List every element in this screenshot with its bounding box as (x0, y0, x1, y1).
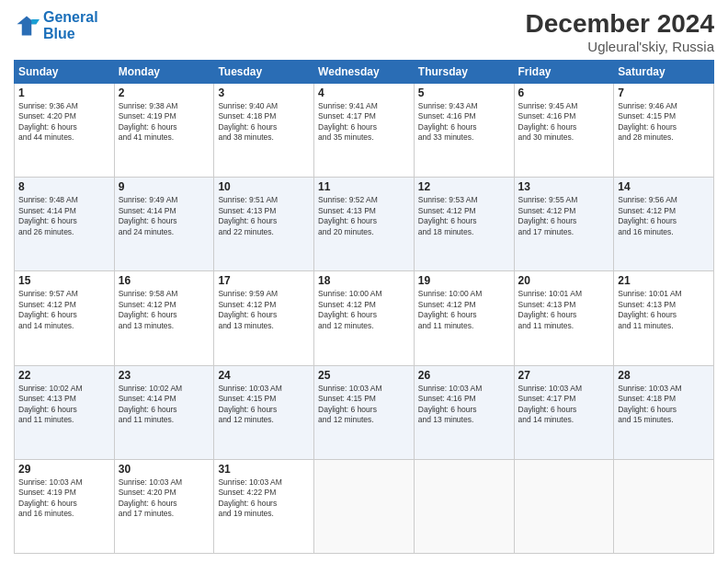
calendar-cell: 9Sunrise: 9:49 AM Sunset: 4:14 PM Daylig… (114, 178, 214, 271)
calendar-cell: 27Sunrise: 10:03 AM Sunset: 4:17 PM Dayl… (514, 365, 614, 459)
day-number: 22 (18, 369, 110, 382)
calendar-cell: 7Sunrise: 9:46 AM Sunset: 4:15 PM Daylig… (614, 84, 714, 178)
page-subtitle: Ugleural'skiy, Russia (526, 39, 714, 54)
col-monday: Monday (114, 61, 214, 84)
day-number: 24 (218, 369, 310, 382)
cell-info: Sunrise: 9:40 AM Sunset: 4:18 PM Dayligh… (218, 101, 310, 144)
week-row-2: 8Sunrise: 9:48 AM Sunset: 4:14 PM Daylig… (15, 178, 714, 271)
day-number: 6 (518, 86, 610, 99)
cell-info: Sunrise: 10:03 AM Sunset: 4:18 PM Daylig… (618, 384, 710, 426)
cell-info: Sunrise: 10:00 AM Sunset: 4:12 PM Daylig… (418, 289, 510, 331)
cell-info: Sunrise: 10:03 AM Sunset: 4:22 PM Daylig… (218, 477, 310, 520)
calendar-cell: 22Sunrise: 10:02 AM Sunset: 4:13 PM Dayl… (15, 365, 115, 459)
cell-info: Sunrise: 9:59 AM Sunset: 4:12 PM Dayligh… (218, 289, 310, 331)
day-number: 21 (618, 274, 710, 287)
calendar-cell: 16Sunrise: 9:58 AM Sunset: 4:12 PM Dayli… (114, 271, 214, 365)
day-number: 11 (318, 180, 410, 193)
day-number: 30 (119, 463, 210, 476)
day-number: 17 (218, 274, 310, 287)
calendar-cell: 11Sunrise: 9:52 AM Sunset: 4:13 PM Dayli… (314, 178, 415, 271)
calendar-cell: 20Sunrise: 10:01 AM Sunset: 4:13 PM Dayl… (514, 271, 614, 365)
cell-info: Sunrise: 9:46 AM Sunset: 4:15 PM Dayligh… (618, 101, 710, 144)
calendar-cell: 8Sunrise: 9:48 AM Sunset: 4:14 PM Daylig… (15, 178, 115, 271)
calendar-cell: 18Sunrise: 10:00 AM Sunset: 4:12 PM Dayl… (314, 271, 415, 365)
day-number: 10 (218, 180, 310, 193)
cell-info: Sunrise: 10:02 AM Sunset: 4:14 PM Daylig… (119, 384, 210, 426)
day-number: 2 (119, 86, 210, 99)
calendar-cell: 30Sunrise: 10:03 AM Sunset: 4:20 PM Dayl… (114, 459, 214, 553)
calendar-cell: 14Sunrise: 9:56 AM Sunset: 4:12 PM Dayli… (614, 178, 714, 271)
calendar-cell: 23Sunrise: 10:02 AM Sunset: 4:14 PM Dayl… (114, 365, 214, 459)
day-number: 28 (618, 369, 710, 382)
day-number: 23 (119, 369, 210, 382)
cell-info: Sunrise: 9:41 AM Sunset: 4:17 PM Dayligh… (318, 101, 410, 144)
day-number: 20 (518, 274, 610, 287)
week-row-5: 29Sunrise: 10:03 AM Sunset: 4:19 PM Dayl… (15, 459, 714, 553)
calendar-cell: 5Sunrise: 9:43 AM Sunset: 4:16 PM Daylig… (414, 84, 514, 178)
cell-info: Sunrise: 10:03 AM Sunset: 4:17 PM Daylig… (518, 384, 610, 426)
calendar-header-row: Sunday Monday Tuesday Wednesday Thursday… (15, 61, 714, 84)
day-number: 9 (119, 180, 210, 193)
day-number: 19 (418, 274, 510, 287)
day-number: 18 (318, 274, 410, 287)
calendar-cell (514, 459, 614, 553)
col-wednesday: Wednesday (314, 61, 415, 84)
calendar-cell: 29Sunrise: 10:03 AM Sunset: 4:19 PM Dayl… (15, 459, 115, 553)
cell-info: Sunrise: 10:03 AM Sunset: 4:19 PM Daylig… (18, 477, 110, 520)
calendar-cell (414, 459, 514, 553)
calendar-cell (314, 459, 415, 553)
day-number: 27 (518, 369, 610, 382)
calendar-cell (614, 459, 714, 553)
day-number: 29 (18, 463, 110, 476)
page: General Blue December 2024 Ugleural'skiy… (0, 0, 728, 563)
calendar-cell: 10Sunrise: 9:51 AM Sunset: 4:13 PM Dayli… (214, 178, 314, 271)
day-number: 4 (318, 86, 410, 99)
cell-info: Sunrise: 10:01 AM Sunset: 4:13 PM Daylig… (518, 289, 610, 331)
cell-info: Sunrise: 9:45 AM Sunset: 4:16 PM Dayligh… (518, 101, 610, 144)
calendar-cell: 15Sunrise: 9:57 AM Sunset: 4:12 PM Dayli… (15, 271, 115, 365)
calendar-cell: 6Sunrise: 9:45 AM Sunset: 4:16 PM Daylig… (514, 84, 614, 178)
cell-info: Sunrise: 9:56 AM Sunset: 4:12 PM Dayligh… (618, 195, 710, 237)
calendar-cell: 3Sunrise: 9:40 AM Sunset: 4:18 PM Daylig… (214, 84, 314, 178)
cell-info: Sunrise: 10:01 AM Sunset: 4:13 PM Daylig… (618, 289, 710, 331)
week-row-1: 1Sunrise: 9:36 AM Sunset: 4:20 PM Daylig… (15, 84, 714, 178)
page-title: December 2024 (526, 9, 714, 39)
title-block: December 2024 Ugleural'skiy, Russia (526, 9, 714, 54)
day-number: 13 (518, 180, 610, 193)
calendar-cell: 4Sunrise: 9:41 AM Sunset: 4:17 PM Daylig… (314, 84, 415, 178)
day-number: 8 (18, 180, 110, 193)
cell-info: Sunrise: 9:43 AM Sunset: 4:16 PM Dayligh… (418, 101, 510, 144)
calendar-table: Sunday Monday Tuesday Wednesday Thursday… (14, 60, 714, 554)
col-tuesday: Tuesday (214, 61, 314, 84)
cell-info: Sunrise: 10:00 AM Sunset: 4:12 PM Daylig… (318, 289, 410, 331)
day-number: 1 (18, 86, 110, 99)
day-number: 31 (218, 463, 310, 476)
week-row-3: 15Sunrise: 9:57 AM Sunset: 4:12 PM Dayli… (15, 271, 714, 365)
svg-marker-0 (17, 16, 37, 35)
calendar-cell: 28Sunrise: 10:03 AM Sunset: 4:18 PM Dayl… (614, 365, 714, 459)
cell-info: Sunrise: 9:38 AM Sunset: 4:19 PM Dayligh… (119, 101, 210, 144)
day-number: 14 (618, 180, 710, 193)
day-number: 7 (618, 86, 710, 99)
day-number: 5 (418, 86, 510, 99)
calendar-cell: 12Sunrise: 9:53 AM Sunset: 4:12 PM Dayli… (414, 178, 514, 271)
cell-info: Sunrise: 10:02 AM Sunset: 4:13 PM Daylig… (18, 384, 110, 426)
calendar-cell: 17Sunrise: 9:59 AM Sunset: 4:12 PM Dayli… (214, 271, 314, 365)
calendar-cell: 26Sunrise: 10:03 AM Sunset: 4:16 PM Dayl… (414, 365, 514, 459)
calendar-cell: 31Sunrise: 10:03 AM Sunset: 4:22 PM Dayl… (214, 459, 314, 553)
col-friday: Friday (514, 61, 614, 84)
cell-info: Sunrise: 10:03 AM Sunset: 4:16 PM Daylig… (418, 384, 510, 426)
svg-marker-1 (31, 19, 40, 24)
day-number: 15 (18, 274, 110, 287)
calendar-cell: 25Sunrise: 10:03 AM Sunset: 4:15 PM Dayl… (314, 365, 415, 459)
logo: General Blue (14, 9, 98, 41)
calendar-cell: 21Sunrise: 10:01 AM Sunset: 4:13 PM Dayl… (614, 271, 714, 365)
week-row-4: 22Sunrise: 10:02 AM Sunset: 4:13 PM Dayl… (15, 365, 714, 459)
col-saturday: Saturday (614, 61, 714, 84)
day-number: 26 (418, 369, 510, 382)
day-number: 16 (119, 274, 210, 287)
calendar-cell: 13Sunrise: 9:55 AM Sunset: 4:12 PM Dayli… (514, 178, 614, 271)
cell-info: Sunrise: 9:48 AM Sunset: 4:14 PM Dayligh… (18, 195, 110, 237)
calendar-cell: 1Sunrise: 9:36 AM Sunset: 4:20 PM Daylig… (15, 84, 115, 178)
cell-info: Sunrise: 10:03 AM Sunset: 4:15 PM Daylig… (318, 384, 410, 426)
